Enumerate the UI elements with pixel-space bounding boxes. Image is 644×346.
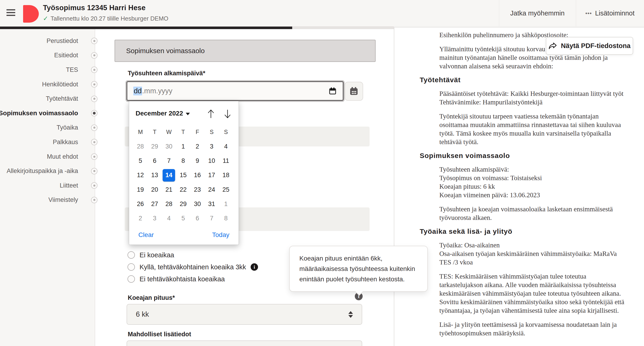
- calendar-day[interactable]: 26: [133, 197, 148, 211]
- open-calendar-button[interactable]: [345, 82, 363, 101]
- calendar-day[interactable]: 28: [162, 197, 176, 211]
- calendar-day-selected[interactable]: 14: [162, 168, 176, 182]
- progress-bar: [0, 26, 394, 29]
- sidebar-item-5[interactable]: Sopimuksen voimassaolo: [0, 106, 95, 120]
- calendar-day[interactable]: 6: [148, 154, 162, 168]
- calendar-day[interactable]: 5: [176, 211, 190, 226]
- calendar-day[interactable]: 15: [176, 168, 190, 182]
- sidebar-item-3[interactable]: Henkilötiedot: [0, 77, 95, 92]
- calendar-day[interactable]: 3: [148, 211, 162, 226]
- radio-label: Ei koeaikaa: [140, 251, 174, 259]
- calendar-day[interactable]: 30: [162, 139, 176, 154]
- radio-button[interactable]: [128, 263, 135, 271]
- calendar-day[interactable]: 4: [219, 139, 233, 154]
- calendar-day[interactable]: 2: [190, 139, 205, 154]
- calendar-day[interactable]: 20: [148, 182, 162, 197]
- calendar-day[interactable]: 8: [219, 211, 233, 226]
- info-icon[interactable]: i: [250, 263, 258, 271]
- calendar-day[interactable]: 22: [176, 182, 190, 197]
- probation-option-0[interactable]: Ei koeaikaa: [128, 251, 174, 259]
- today-button[interactable]: Today: [212, 231, 229, 238]
- calendar-day[interactable]: 2: [133, 211, 148, 226]
- probation-length-select[interactable]: 6 kk: [126, 304, 362, 325]
- calendar-day[interactable]: 23: [190, 182, 205, 197]
- more-actions-label: Lisätoiminnot: [595, 10, 634, 17]
- sidebar-item-10[interactable]: Liitteet: [0, 178, 95, 193]
- sidebar-item-8[interactable]: Muut ehdot: [0, 150, 95, 164]
- sidebar-item-0[interactable]: Perustiedot: [0, 34, 95, 48]
- calendar-day[interactable]: 27: [148, 197, 162, 211]
- calendar-day[interactable]: 30: [190, 197, 205, 211]
- save-status-text: Tallennettu klo 20.27 tilille Hesburger …: [50, 15, 168, 22]
- view-pdf-button[interactable]: Näytä PDF-tiedostona: [546, 37, 633, 55]
- section-title: Sopimuksen voimassaolo: [126, 47, 205, 55]
- month-selector[interactable]: December 2022: [136, 110, 190, 117]
- calendar-day[interactable]: 29: [148, 139, 162, 154]
- hamburger-menu-icon[interactable]: [6, 9, 16, 18]
- probation-option-1[interactable]: Kyllä, tehtäväkohtainen koeaika 3kki: [128, 263, 258, 271]
- form-area: Sopimuksen voimassaolo Työsuhteen alkami…: [95, 29, 394, 346]
- calendar-picker-icon[interactable]: [328, 87, 337, 95]
- calendar-day[interactable]: 28: [133, 139, 148, 154]
- sidebar-item-11[interactable]: Viimeistely: [0, 193, 95, 208]
- calendar-day[interactable]: 10: [204, 154, 219, 168]
- calendar-day[interactable]: 31: [204, 197, 219, 211]
- radio-button[interactable]: [128, 275, 135, 283]
- weekday-label: F: [190, 127, 205, 136]
- step-indicator: [91, 168, 98, 174]
- sidebar-nav: PerustiedotEsitiedotTESHenkilötiedotTyöt…: [0, 29, 95, 207]
- sidebar-item-label: Palkkaus: [53, 138, 78, 146]
- calendar-day[interactable]: 5: [133, 154, 148, 168]
- calendar-day[interactable]: 24: [204, 182, 219, 197]
- next-month-button[interactable]: [222, 108, 233, 120]
- sidebar-item-1[interactable]: Esitiedot: [0, 48, 95, 63]
- calendar-day[interactable]: 1: [219, 197, 233, 211]
- calendar-day[interactable]: 25: [219, 182, 233, 197]
- sidebar-item-7[interactable]: Palkkaus: [0, 135, 95, 150]
- calendar-day[interactable]: 17: [204, 168, 219, 182]
- section-header: Sopimuksen voimassaolo: [114, 40, 376, 62]
- calendar-day[interactable]: 13: [148, 168, 162, 182]
- calendar-day[interactable]: 4: [162, 211, 176, 226]
- calendar-day[interactable]: 11: [219, 154, 233, 168]
- continue-later-button[interactable]: Jatka myöhemmin: [499, 0, 576, 26]
- calendar-day[interactable]: 16: [190, 168, 205, 182]
- sidebar: PerustiedotEsitiedotTESHenkilötiedotTyöt…: [0, 29, 95, 346]
- calendar-day[interactable]: 7: [162, 154, 176, 168]
- weekday-label: S: [219, 127, 233, 136]
- calendar-day[interactable]: 3: [204, 139, 219, 154]
- sidebar-item-label: Allekirjoituspaikka ja -aika: [7, 168, 78, 174]
- calendar-day[interactable]: 1: [176, 139, 190, 154]
- calendar-day[interactable]: 6: [190, 211, 205, 226]
- save-status: ✓ Tallennettu klo 20.27 tilille Hesburge…: [43, 15, 168, 22]
- view-pdf-label: Näytä PDF-tiedostona: [561, 42, 630, 50]
- sidebar-item-9[interactable]: Allekirjoituspaikka ja -aika: [0, 164, 95, 178]
- more-actions-button[interactable]: ••• Lisätoiminnot: [576, 0, 644, 26]
- probation-option-2[interactable]: Ei tehtäväkohtaista koeaikaa: [128, 275, 225, 283]
- calendar-day[interactable]: 12: [133, 168, 148, 182]
- probation-length-value: 6 kk: [136, 310, 149, 318]
- sidebar-item-label: Viimeistely: [48, 196, 78, 204]
- calendar-day[interactable]: 7: [204, 211, 219, 226]
- share-arrow-icon: [548, 42, 557, 50]
- calendar-day[interactable]: 29: [176, 197, 190, 211]
- calendar-day[interactable]: 21: [162, 182, 176, 197]
- additional-info-textarea[interactable]: [126, 340, 362, 346]
- start-date-input[interactable]: dd.mm.yyyy: [126, 81, 344, 101]
- calendar-day[interactable]: 19: [133, 182, 148, 197]
- calendar-day[interactable]: 8: [176, 154, 190, 168]
- step-indicator: [91, 197, 98, 203]
- sidebar-item-6[interactable]: Työaika: [0, 120, 95, 135]
- clear-button[interactable]: Clear: [138, 231, 154, 238]
- calendar-day[interactable]: 18: [219, 168, 233, 182]
- previous-month-button[interactable]: [205, 108, 216, 120]
- arrow-up-icon: [206, 109, 216, 119]
- calendar-day[interactable]: 9: [190, 154, 205, 168]
- sidebar-item-2[interactable]: TES: [0, 62, 95, 77]
- sidebar-item-4[interactable]: Työtehtävät: [0, 92, 95, 106]
- pdf-paragraph: TES: Keskimääräisen vähimmäistyöajan tul…: [439, 272, 635, 315]
- radio-button[interactable]: [128, 251, 135, 259]
- weekday-label: W: [162, 127, 176, 136]
- probation-length-label: Koeajan pituus*: [128, 294, 175, 302]
- sidebar-item-label: Muut ehdot: [47, 153, 78, 160]
